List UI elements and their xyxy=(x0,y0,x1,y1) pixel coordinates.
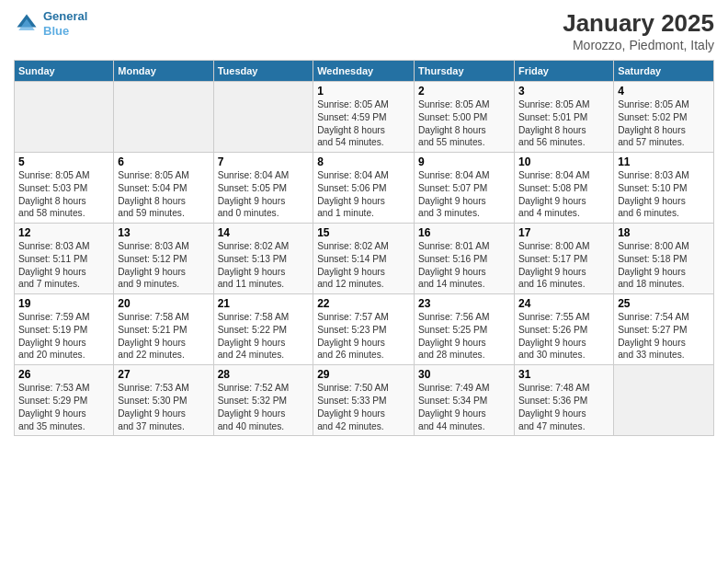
day-info: Sunrise: 7:58 AMSunset: 5:21 PMDaylight … xyxy=(118,311,209,362)
calendar-cell: 17Sunrise: 8:00 AMSunset: 5:17 PMDayligh… xyxy=(514,224,613,294)
logo-text: General Blue xyxy=(43,9,87,38)
calendar-cell xyxy=(614,365,714,436)
calendar-cell: 5Sunrise: 8:05 AMSunset: 5:03 PMDaylight… xyxy=(15,153,114,224)
header: General Blue January 2025 Morozzo, Piedm… xyxy=(14,9,714,52)
day-number: 14 xyxy=(218,226,310,239)
day-number: 8 xyxy=(317,155,410,168)
week-row-4: 19Sunrise: 7:59 AMSunset: 5:19 PMDayligh… xyxy=(15,294,714,365)
day-number: 19 xyxy=(18,297,109,310)
calendar-cell: 8Sunrise: 8:04 AMSunset: 5:06 PMDaylight… xyxy=(313,153,415,224)
title-block: January 2025 Morozzo, Piedmont, Italy xyxy=(563,9,714,52)
day-number: 9 xyxy=(418,155,510,168)
day-number: 18 xyxy=(618,226,710,239)
calendar-cell: 27Sunrise: 7:53 AMSunset: 5:30 PMDayligh… xyxy=(114,365,213,436)
weekday-header-tuesday: Tuesday xyxy=(213,61,313,82)
day-number: 2 xyxy=(418,85,510,98)
calendar-cell: 23Sunrise: 7:56 AMSunset: 5:25 PMDayligh… xyxy=(415,294,515,365)
day-info: Sunrise: 7:55 AMSunset: 5:26 PMDaylight … xyxy=(518,311,609,362)
day-info: Sunrise: 8:04 AMSunset: 5:05 PMDaylight … xyxy=(218,169,310,220)
calendar-title: January 2025 xyxy=(563,9,714,38)
day-info: Sunrise: 8:04 AMSunset: 5:08 PMDaylight … xyxy=(518,169,609,220)
day-number: 1 xyxy=(317,85,410,98)
page: General Blue January 2025 Morozzo, Piedm… xyxy=(0,0,728,563)
day-number: 28 xyxy=(218,368,310,381)
day-info: Sunrise: 8:05 AMSunset: 5:01 PMDaylight … xyxy=(518,98,609,149)
logo: General Blue xyxy=(14,9,87,38)
day-number: 10 xyxy=(518,155,609,168)
weekday-header-sunday: Sunday xyxy=(15,61,114,82)
day-number: 26 xyxy=(18,368,109,381)
calendar-cell: 24Sunrise: 7:55 AMSunset: 5:26 PMDayligh… xyxy=(514,294,613,365)
calendar-cell: 26Sunrise: 7:53 AMSunset: 5:29 PMDayligh… xyxy=(15,365,114,436)
day-info: Sunrise: 8:04 AMSunset: 5:06 PMDaylight … xyxy=(317,169,410,220)
day-info: Sunrise: 7:50 AMSunset: 5:33 PMDaylight … xyxy=(317,382,410,432)
day-number: 12 xyxy=(18,226,109,239)
week-row-5: 26Sunrise: 7:53 AMSunset: 5:29 PMDayligh… xyxy=(15,365,714,436)
day-number: 3 xyxy=(518,85,609,98)
calendar-cell: 12Sunrise: 8:03 AMSunset: 5:11 PMDayligh… xyxy=(15,224,114,294)
calendar-table: SundayMondayTuesdayWednesdayThursdayFrid… xyxy=(14,60,714,436)
calendar-cell: 16Sunrise: 8:01 AMSunset: 5:16 PMDayligh… xyxy=(415,224,515,294)
calendar-cell xyxy=(15,82,114,153)
day-info: Sunrise: 7:48 AMSunset: 5:36 PMDaylight … xyxy=(518,382,609,432)
day-info: Sunrise: 7:53 AMSunset: 5:30 PMDaylight … xyxy=(118,382,209,432)
calendar-subtitle: Morozzo, Piedmont, Italy xyxy=(563,38,714,52)
day-info: Sunrise: 7:59 AMSunset: 5:19 PMDaylight … xyxy=(18,311,109,362)
day-number: 6 xyxy=(118,155,209,168)
logo-icon xyxy=(14,11,40,37)
calendar-cell: 28Sunrise: 7:52 AMSunset: 5:32 PMDayligh… xyxy=(213,365,313,436)
day-info: Sunrise: 8:05 AMSunset: 4:59 PMDaylight … xyxy=(317,98,410,149)
day-number: 5 xyxy=(18,155,109,168)
day-info: Sunrise: 7:54 AMSunset: 5:27 PMDaylight … xyxy=(618,311,710,362)
day-info: Sunrise: 8:05 AMSunset: 5:02 PMDaylight … xyxy=(618,98,710,149)
week-row-3: 12Sunrise: 8:03 AMSunset: 5:11 PMDayligh… xyxy=(15,224,714,294)
calendar-cell: 30Sunrise: 7:49 AMSunset: 5:34 PMDayligh… xyxy=(415,365,515,436)
day-number: 7 xyxy=(218,155,310,168)
calendar-cell xyxy=(114,82,213,153)
calendar-cell: 10Sunrise: 8:04 AMSunset: 5:08 PMDayligh… xyxy=(514,153,613,224)
calendar-cell: 9Sunrise: 8:04 AMSunset: 5:07 PMDaylight… xyxy=(415,153,515,224)
logo-line2: Blue xyxy=(43,24,69,38)
day-info: Sunrise: 8:03 AMSunset: 5:11 PMDaylight … xyxy=(18,240,109,291)
day-number: 21 xyxy=(218,297,310,310)
day-number: 23 xyxy=(418,297,510,310)
day-number: 16 xyxy=(418,226,510,239)
calendar-cell: 4Sunrise: 8:05 AMSunset: 5:02 PMDaylight… xyxy=(614,82,714,153)
day-number: 20 xyxy=(118,297,209,310)
day-number: 25 xyxy=(618,297,710,310)
weekday-header-row: SundayMondayTuesdayWednesdayThursdayFrid… xyxy=(15,61,714,82)
calendar-cell: 31Sunrise: 7:48 AMSunset: 5:36 PMDayligh… xyxy=(514,365,613,436)
day-info: Sunrise: 8:03 AMSunset: 5:10 PMDaylight … xyxy=(618,169,710,220)
weekday-header-monday: Monday xyxy=(114,61,213,82)
calendar-cell: 15Sunrise: 8:02 AMSunset: 5:14 PMDayligh… xyxy=(313,224,415,294)
day-number: 22 xyxy=(317,297,410,310)
weekday-header-friday: Friday xyxy=(514,61,613,82)
calendar-cell: 7Sunrise: 8:04 AMSunset: 5:05 PMDaylight… xyxy=(213,153,313,224)
weekday-header-saturday: Saturday xyxy=(614,61,714,82)
day-info: Sunrise: 7:58 AMSunset: 5:22 PMDaylight … xyxy=(218,311,310,362)
day-info: Sunrise: 7:57 AMSunset: 5:23 PMDaylight … xyxy=(317,311,410,362)
calendar-cell: 20Sunrise: 7:58 AMSunset: 5:21 PMDayligh… xyxy=(114,294,213,365)
day-info: Sunrise: 8:01 AMSunset: 5:16 PMDaylight … xyxy=(418,240,510,291)
calendar-cell: 13Sunrise: 8:03 AMSunset: 5:12 PMDayligh… xyxy=(114,224,213,294)
day-info: Sunrise: 7:52 AMSunset: 5:32 PMDaylight … xyxy=(218,382,310,432)
weekday-header-wednesday: Wednesday xyxy=(313,61,415,82)
calendar-cell: 25Sunrise: 7:54 AMSunset: 5:27 PMDayligh… xyxy=(614,294,714,365)
calendar-cell: 19Sunrise: 7:59 AMSunset: 5:19 PMDayligh… xyxy=(15,294,114,365)
day-number: 4 xyxy=(618,85,710,98)
calendar-cell xyxy=(213,82,313,153)
weekday-header-thursday: Thursday xyxy=(415,61,515,82)
calendar-cell: 11Sunrise: 8:03 AMSunset: 5:10 PMDayligh… xyxy=(614,153,714,224)
day-info: Sunrise: 8:05 AMSunset: 5:03 PMDaylight … xyxy=(18,169,109,220)
day-info: Sunrise: 8:05 AMSunset: 5:04 PMDaylight … xyxy=(118,169,209,220)
week-row-2: 5Sunrise: 8:05 AMSunset: 5:03 PMDaylight… xyxy=(15,153,714,224)
calendar-cell: 22Sunrise: 7:57 AMSunset: 5:23 PMDayligh… xyxy=(313,294,415,365)
day-number: 30 xyxy=(418,368,510,381)
calendar-cell: 2Sunrise: 8:05 AMSunset: 5:00 PMDaylight… xyxy=(415,82,515,153)
day-number: 13 xyxy=(118,226,209,239)
calendar-cell: 14Sunrise: 8:02 AMSunset: 5:13 PMDayligh… xyxy=(213,224,313,294)
day-info: Sunrise: 8:02 AMSunset: 5:13 PMDaylight … xyxy=(218,240,310,291)
calendar-cell: 18Sunrise: 8:00 AMSunset: 5:18 PMDayligh… xyxy=(614,224,714,294)
day-info: Sunrise: 7:49 AMSunset: 5:34 PMDaylight … xyxy=(418,382,510,432)
day-info: Sunrise: 8:03 AMSunset: 5:12 PMDaylight … xyxy=(118,240,209,291)
